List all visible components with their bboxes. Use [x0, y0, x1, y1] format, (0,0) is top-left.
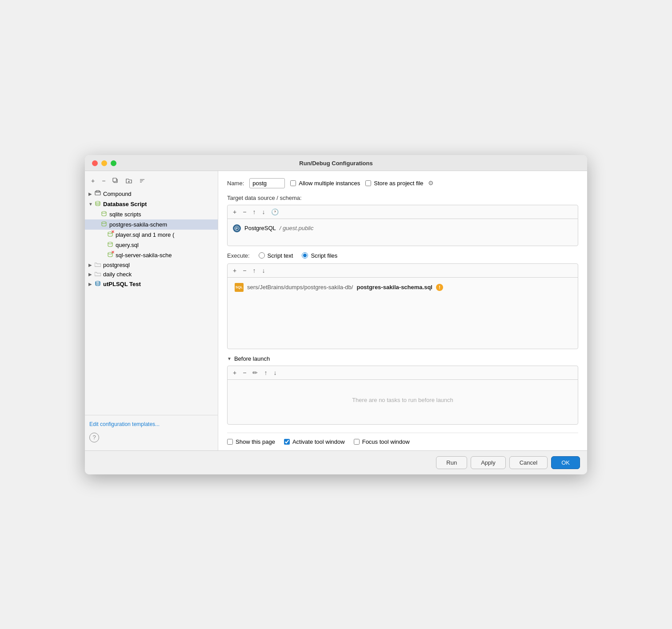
help-button[interactable]: ? — [89, 433, 99, 442]
sidebar-toolbar: + − — [85, 175, 218, 189]
activate-tool-label: Activate tool window — [292, 438, 345, 445]
before-launch-toolbar: + − ✏ ↑ ↓ — [228, 366, 578, 380]
ok-button[interactable]: OK — [551, 456, 580, 469]
show-page-checkbox[interactable] — [227, 439, 233, 445]
postgresql-db-icon: P — [233, 224, 241, 232]
svg-point-9 — [96, 201, 100, 203]
bottom-buttons: Run Apply Cancel OK — [85, 450, 587, 474]
utplsql-icon — [95, 280, 101, 288]
before-launch-chevron[interactable]: ▼ — [227, 356, 232, 361]
traffic-lights — [92, 160, 116, 166]
add-script-button[interactable]: + — [231, 266, 238, 275]
sidebar-item-sqlite-label: sqlite scripts — [109, 211, 141, 218]
cancel-button[interactable]: Cancel — [509, 456, 548, 469]
sidebar-item-daily-check[interactable]: ▶ daily check — [85, 270, 218, 279]
move-up-script-button[interactable]: ↑ — [251, 266, 257, 275]
player-sql-icon: ✕ — [107, 231, 113, 239]
activate-tool-row: Activate tool window — [284, 438, 345, 445]
chevron-right-icon: ▶ — [88, 191, 95, 196]
sidebar-item-player-sql[interactable]: ✕ player.sql and 1 more ( — [85, 230, 218, 240]
scripts-content: SQL sers/JetBrains/dumps/postgres-sakila… — [228, 278, 578, 349]
sidebar-footer: Edit configuration templates... — [85, 415, 218, 433]
bottom-checkboxes: Show this page Activate tool window Focu… — [227, 433, 578, 450]
move-up-datasource-button[interactable]: ↑ — [251, 207, 257, 216]
before-launch-section: ▼ Before launch + − ✏ ↑ ↓ There are no t… — [227, 355, 578, 431]
titlebar: Run/Debug Configurations — [85, 155, 587, 171]
edit-templates-link[interactable]: Edit configuration templates... — [89, 421, 160, 427]
target-label: Target data source / schema: — [227, 195, 578, 201]
svg-rect-1 — [113, 178, 116, 182]
close-button[interactable] — [92, 160, 98, 166]
query-sql-icon — [107, 241, 113, 249]
name-input[interactable] — [249, 178, 285, 188]
sqlite-icon — [101, 211, 107, 218]
remove-config-button[interactable]: − — [100, 176, 107, 185]
maximize-button[interactable] — [111, 160, 116, 166]
datasource-item: P PostgreSQL / guest.public — [233, 223, 572, 234]
scripts-toolbar: + − ↑ ↓ — [228, 264, 578, 278]
execute-row: Execute: Script text Script files — [227, 252, 578, 259]
focus-tool-label: Focus tool window — [362, 438, 410, 445]
move-up-task-button[interactable]: ↑ — [262, 368, 269, 377]
chevron-down-icon: ▼ — [88, 202, 95, 207]
sql-server-icon: ✕ — [107, 251, 113, 259]
remove-datasource-button[interactable]: − — [241, 207, 248, 216]
sidebar-item-utplsql-label: utPLSQL Test — [103, 281, 141, 287]
new-folder-button[interactable] — [124, 177, 134, 185]
sort-button[interactable] — [137, 177, 147, 185]
allow-multiple-checkbox[interactable] — [290, 180, 296, 186]
script-files-option[interactable]: Script files — [302, 252, 337, 259]
sidebar-item-sqlite[interactable]: sqlite scripts — [85, 209, 218, 219]
add-config-button[interactable]: + — [89, 176, 96, 185]
sidebar-item-query-label: query.sql — [116, 242, 139, 248]
sidebar-item-sql-server[interactable]: ✕ sql-server-sakila-sche — [85, 250, 218, 260]
minimize-button[interactable] — [101, 160, 107, 166]
focus-tool-checkbox[interactable] — [354, 439, 360, 445]
script-text-label: Script text — [268, 252, 293, 259]
edit-task-button[interactable]: ✏ — [251, 368, 260, 377]
copy-config-button[interactable] — [111, 177, 120, 185]
activate-tool-checkbox[interactable] — [284, 439, 290, 445]
content-area: + − ▶ Compound — [85, 171, 587, 450]
add-task-button[interactable]: + — [231, 368, 238, 377]
run-debug-configurations-window: Run/Debug Configurations + − — [85, 155, 587, 474]
add-datasource-button[interactable]: + — [231, 207, 238, 216]
target-toolbar: + − ↑ ↓ 🕐 — [228, 205, 578, 219]
name-label: Name: — [227, 180, 244, 187]
run-button[interactable]: Run — [436, 456, 467, 469]
before-launch-header: ▼ Before launch — [227, 355, 578, 362]
datasource-name: PostgreSQL — [244, 225, 276, 231]
sidebar-item-postgres-sakila[interactable]: postgres-sakila-schem — [85, 219, 218, 230]
before-launch-content: There are no tasks to run before launch — [228, 380, 578, 424]
move-down-task-button[interactable]: ↓ — [272, 368, 278, 377]
script-files-radio[interactable] — [302, 252, 308, 259]
script-text-option[interactable]: Script text — [259, 252, 293, 259]
sidebar-item-query-sql[interactable]: query.sql — [85, 240, 218, 250]
gear-icon[interactable]: ⚙ — [428, 179, 434, 187]
window-title: Run/Debug Configurations — [299, 160, 372, 167]
remove-script-button[interactable]: − — [241, 266, 248, 275]
datasource-schema: / guest.public — [280, 225, 314, 231]
sql-file-icon: SQL — [235, 283, 244, 292]
sidebar-item-compound[interactable]: ▶ Compound — [85, 189, 218, 199]
script-files-panel: + − ↑ ↓ SQL sers/JetBrains/dumps/postgre… — [227, 263, 578, 349]
move-down-datasource-button[interactable]: ↓ — [260, 207, 267, 216]
show-page-row: Show this page — [227, 438, 275, 445]
warning-icon: ! — [436, 284, 443, 291]
no-tasks-message: There are no tasks to run before launch — [233, 383, 572, 417]
apply-button[interactable]: Apply — [471, 456, 506, 469]
remove-task-button[interactable]: − — [241, 368, 248, 377]
sidebar-item-database-script[interactable]: ▼ Database Script — [85, 199, 218, 209]
move-down-script-button[interactable]: ↓ — [260, 266, 267, 275]
store-project-row: Store as project file ⚙ — [365, 179, 433, 187]
sidebar: + − ▶ Compound — [85, 171, 218, 450]
clock-datasource-button[interactable]: 🕐 — [269, 207, 280, 216]
sidebar-item-postgresql[interactable]: ▶ postgresql — [85, 260, 218, 270]
store-project-checkbox[interactable] — [365, 180, 371, 186]
svg-point-13 — [108, 242, 112, 244]
script-text-radio[interactable] — [259, 252, 265, 259]
sidebar-item-postgresql-label: postgresql — [103, 262, 130, 268]
sidebar-item-utplsql[interactable]: ▶ utPLSQL Test — [85, 279, 218, 289]
chevron-right-2-icon: ▶ — [88, 263, 95, 267]
sidebar-item-postgres-label: postgres-sakila-schem — [109, 221, 167, 228]
